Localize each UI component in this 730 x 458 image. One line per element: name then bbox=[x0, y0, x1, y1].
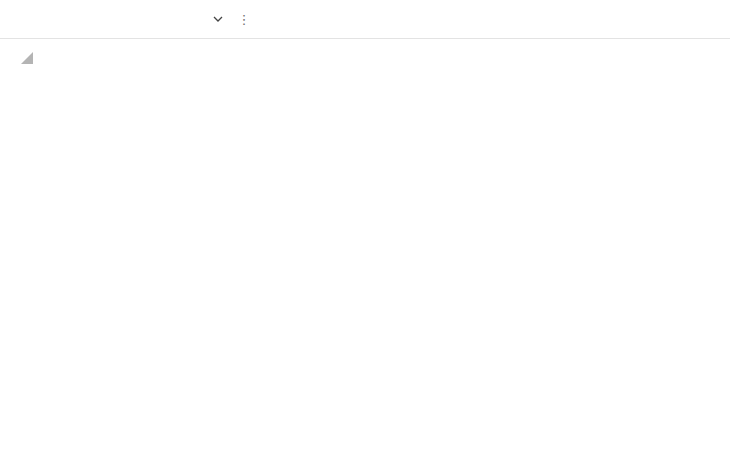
formula-input[interactable] bbox=[337, 4, 730, 34]
formula-buttons bbox=[252, 4, 332, 33]
separator-dots-icon: ⋮ bbox=[237, 0, 251, 38]
spreadsheet-grid bbox=[0, 38, 730, 458]
select-all-triangle-icon bbox=[21, 52, 33, 64]
select-all-button[interactable] bbox=[0, 39, 36, 67]
column-header-row bbox=[0, 38, 730, 66]
formula-bar-area: ⋮ bbox=[0, 0, 730, 38]
chevron-down-icon[interactable] bbox=[213, 16, 223, 22]
name-box[interactable] bbox=[10, 4, 233, 33]
